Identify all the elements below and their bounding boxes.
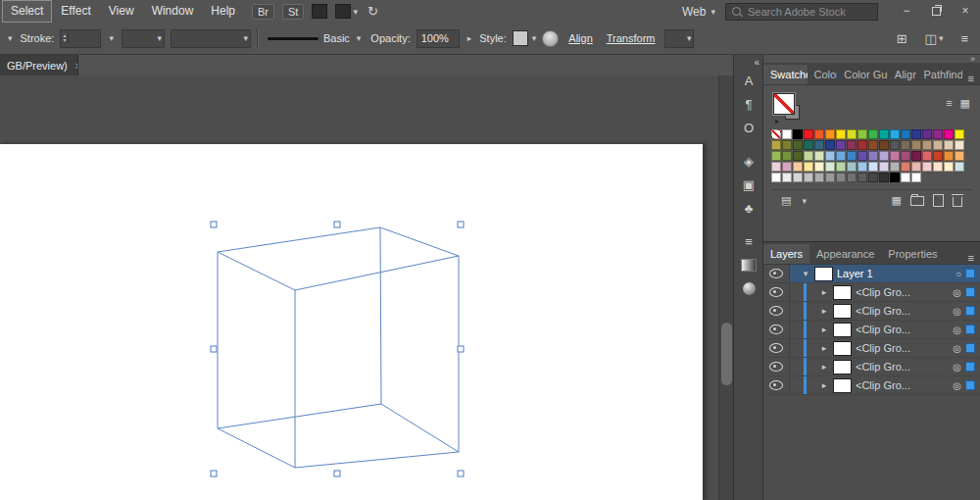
- swatch[interactable]: [879, 173, 889, 182]
- swatch[interactable]: [933, 129, 943, 139]
- swatch[interactable]: [858, 173, 867, 182]
- swatch[interactable]: [804, 140, 813, 150]
- chevron-right-icon[interactable]: ▸: [819, 362, 829, 372]
- swatch[interactable]: [793, 162, 803, 172]
- minimize-button[interactable]: −: [892, 0, 921, 23]
- selection-handle[interactable]: [211, 222, 218, 228]
- delete-swatch-icon[interactable]: [953, 197, 962, 207]
- swatch[interactable]: [933, 140, 943, 150]
- chevron-down-icon[interactable]: ▾: [353, 7, 358, 17]
- selection-handle[interactable]: [458, 471, 465, 477]
- target-icon[interactable]: ◎: [953, 287, 961, 298]
- menu-view[interactable]: View: [100, 1, 143, 22]
- collapse-panels-icon[interactable]: »: [970, 54, 975, 64]
- swatch[interactable]: [879, 129, 889, 139]
- swatch[interactable]: [944, 151, 954, 161]
- swatch[interactable]: [847, 151, 857, 161]
- control-menu-icon[interactable]: ≡: [960, 31, 968, 46]
- swatch[interactable]: [890, 162, 900, 172]
- swatch[interactable]: [944, 129, 954, 139]
- swatch[interactable]: [814, 151, 824, 161]
- swatch[interactable]: [911, 162, 921, 172]
- grid-view-icon[interactable]: ▦: [960, 97, 970, 110]
- swatch[interactable]: [901, 129, 910, 139]
- swatch[interactable]: [793, 173, 803, 182]
- tab-swatches[interactable]: Swatches: [763, 65, 808, 84]
- stroke-panel-icon[interactable]: ≡: [734, 229, 763, 253]
- stroke-weight-stepper[interactable]: ▴▾: [60, 29, 101, 48]
- swatch[interactable]: [771, 140, 781, 150]
- selection-handle[interactable]: [334, 222, 341, 228]
- panel-menu-icon[interactable]: ≡: [962, 73, 980, 84]
- swatch[interactable]: [825, 162, 835, 172]
- target-icon[interactable]: ◎: [953, 306, 961, 317]
- recolor-artwork-icon[interactable]: [542, 30, 559, 47]
- tab-color-guide[interactable]: Color Guide: [837, 65, 888, 84]
- selection-handle[interactable]: [458, 346, 465, 353]
- tab-pathfinder[interactable]: Pathfinder: [916, 65, 961, 84]
- arrange-documents-icon[interactable]: [335, 4, 351, 19]
- workspace-switcher-icon[interactable]: ◫ ▾: [925, 31, 944, 46]
- visibility-toggle[interactable]: [763, 302, 790, 320]
- swatch[interactable]: [868, 151, 878, 161]
- layer-thumbnail[interactable]: [833, 285, 852, 300]
- swatch[interactable]: [901, 162, 910, 172]
- tab-appearance[interactable]: Appearance: [809, 244, 881, 264]
- target-icon[interactable]: ○: [956, 269, 961, 279]
- swatch[interactable]: [922, 129, 932, 139]
- clip-group-row[interactable]: ▸<Clip Gro...◎: [763, 339, 980, 358]
- swatch[interactable]: [868, 129, 878, 139]
- swatch[interactable]: [771, 162, 781, 172]
- swatch[interactable]: [879, 151, 889, 161]
- swatch[interactable]: [825, 151, 835, 161]
- selection-indicator[interactable]: [965, 269, 975, 278]
- swatch[interactable]: [955, 151, 964, 161]
- swatch[interactable]: [814, 140, 824, 150]
- menu-select[interactable]: Select: [2, 0, 52, 23]
- paragraph-panel-icon[interactable]: ¶: [734, 92, 763, 116]
- br-button[interactable]: Br: [252, 4, 274, 20]
- close-tab-icon[interactable]: ×: [75, 60, 78, 72]
- layer-name[interactable]: <Clip Gro...: [856, 324, 910, 335]
- swatch[interactable]: [911, 129, 921, 139]
- layer-name[interactable]: <Clip Gro...: [856, 305, 910, 317]
- character-panel-icon[interactable]: A: [734, 69, 763, 92]
- swatch[interactable]: [793, 151, 803, 161]
- vertical-scrollbar[interactable]: [718, 75, 734, 500]
- swatch[interactable]: [814, 173, 824, 182]
- layer-name[interactable]: <Clip Gro...: [856, 286, 910, 298]
- restore-button[interactable]: [921, 0, 951, 23]
- swatch[interactable]: [825, 140, 835, 150]
- swatch[interactable]: [814, 129, 824, 139]
- layer-thumbnail[interactable]: [833, 360, 852, 375]
- visibility-toggle[interactable]: [763, 283, 790, 301]
- layer-thumbnail[interactable]: [833, 341, 852, 356]
- swatch[interactable]: [933, 162, 943, 172]
- swatch[interactable]: [771, 173, 781, 182]
- selection-indicator[interactable]: [965, 380, 975, 390]
- clip-group-row[interactable]: ▸<Clip Gro...◎: [763, 358, 980, 376]
- swatch[interactable]: [771, 151, 781, 161]
- swatch[interactable]: [933, 151, 943, 161]
- clip-group-row[interactable]: ▸<Clip Gro...◎: [763, 321, 980, 339]
- stroke-weight-dropdown[interactable]: ▾: [107, 33, 116, 43]
- fill-proxy-none[interactable]: [773, 93, 795, 115]
- swatch[interactable]: [911, 173, 921, 182]
- swatch[interactable]: [782, 129, 792, 139]
- swatch[interactable]: [858, 151, 867, 161]
- swatch[interactable]: [836, 173, 846, 182]
- chevron-right-icon[interactable]: ▸: [819, 325, 829, 334]
- swatch[interactable]: [901, 151, 910, 161]
- touch-workspace-icon[interactable]: ↻: [368, 4, 378, 19]
- chevron-right-icon[interactable]: ▸: [819, 343, 829, 353]
- swatch[interactable]: [868, 173, 878, 182]
- close-button[interactable]: ×: [951, 0, 980, 23]
- swatch[interactable]: [955, 162, 964, 172]
- swatch-kinds-icon[interactable]: ▦: [892, 194, 902, 207]
- swatch[interactable]: [782, 162, 792, 172]
- swatch[interactable]: [836, 140, 846, 150]
- list-view-icon[interactable]: ≡: [946, 97, 952, 110]
- tab-align[interactable]: Align: [888, 65, 917, 84]
- swatch[interactable]: [890, 129, 900, 139]
- transform-link[interactable]: Transform: [607, 32, 656, 44]
